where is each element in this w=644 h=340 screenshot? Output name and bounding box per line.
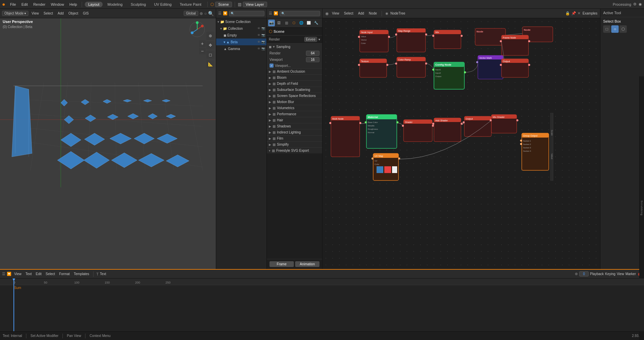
timeline-body[interactable]: 0 50 100 150 200 250 Sum [0,278,644,331]
select-mode-lasso[interactable]: ⬡ [619,25,627,33]
eye-icon[interactable]: 👁 [257,27,260,30]
timeline-edit-btn[interactable]: Edit [34,271,43,276]
tl-view-btn[interactable]: View [617,272,624,276]
outliner-item-empty[interactable]: ◼ Empty 👁 📷 [216,32,266,39]
ssr-section[interactable]: ▶ ▦ Screen Space Reflections [267,93,322,99]
scene-name[interactable]: Scene [215,2,232,7]
viewport-count-value[interactable]: 16 [306,57,319,62]
zoom-out-btn[interactable]: − [199,48,206,54]
current-frame-display[interactable]: 0 [579,271,589,276]
depth-of-field-section[interactable]: ▶ ▦ Depth of Field [267,80,322,87]
modifier-props-icon[interactable]: 🔧 [313,20,319,26]
header-icon-1[interactable]: ⚙ [633,2,637,6]
node-x-icon[interactable]: ✕ [577,11,581,16]
output-props-icon[interactable]: 🖼 [276,20,282,26]
node-add-btn[interactable]: Add [357,11,365,16]
timeline-select-btn[interactable]: Select [44,271,56,276]
menu-window[interactable]: Window [49,2,66,7]
playback-icon[interactable]: ⊕ [575,272,578,276]
nav-gizmo[interactable] [189,21,206,38]
frame-btn[interactable]: Frame [269,261,294,267]
timeline-templates-btn[interactable]: Templates [73,271,91,276]
header-icon-2[interactable]: ◉ [639,2,642,6]
bloom-section[interactable]: ▶ ▦ Bloom [267,74,322,80]
checkbox-viewport[interactable]: ✓ [269,64,274,68]
world-props-icon[interactable]: 🌐 [298,20,305,26]
outliner-item-collection[interactable]: ▾ 📁 Collection 👁 📷 [216,25,266,32]
gis-btn[interactable]: GIS [81,11,90,16]
examples-label[interactable]: Examples [583,11,597,15]
select-mode-circle[interactable]: ○ [611,25,619,33]
marker-btn[interactable]: Marker [625,272,636,276]
film-section[interactable]: ▶ ▦ Film [267,135,322,141]
select-btn[interactable]: Select [42,11,55,16]
eye-icon-3[interactable]: 👁 [257,40,260,44]
tab-sculpting[interactable]: Sculpting [127,2,149,7]
snap-btn[interactable]: ⊕ [200,11,203,16]
eye-icon-2[interactable]: 👁 [257,33,260,37]
timeline-text-btn[interactable]: Text [24,271,33,276]
camera-icon-2[interactable]: 📷 [261,33,265,37]
hair-section[interactable]: ▶ ▦ Hair [267,117,322,123]
eye-icon-4[interactable]: 👁 [257,47,260,50]
menu-edit[interactable]: Edit [19,2,30,7]
menu-help[interactable]: Help [68,2,79,7]
node-node-btn[interactable]: Node [367,11,378,16]
playback-btn[interactable]: Playback [590,272,604,276]
render-props-icon[interactable]: 📷 [268,20,275,26]
outliner-item-beta[interactable]: ▾ ▲ Beta 👁 📷 [216,39,266,45]
menu-render[interactable]: Render [31,2,47,7]
keying-btn[interactable]: Keying [605,272,616,276]
playhead[interactable] [14,278,14,331]
render-count-value[interactable]: 64 [306,51,319,56]
measure-tool[interactable]: 📐 [206,60,214,68]
select-mode-rect[interactable]: □ [603,25,611,33]
proportional-btn[interactable]: ○ [204,11,207,16]
node-tree-label[interactable]: NodeTree [390,11,405,15]
ambient-occlusion-section[interactable]: ▶ ▦ Ambient Occlusion [267,68,322,74]
sampling-header[interactable]: ◼ ▾ Sampling [267,44,322,50]
animation-btn[interactable]: Animation [295,261,319,267]
viewport-mode-select[interactable]: Object Mode ▾ [2,11,28,16]
camera-icon-4[interactable]: 📷 [261,47,265,50]
volumetrics-section[interactable]: ▶ ▦ Volumetrics [267,105,322,111]
viewlayer-name[interactable]: View Layer [243,2,267,7]
subsurface-section[interactable]: ▶ ▦ Subsurface Scattering [267,87,322,93]
scene-props-icon[interactable]: ⬡ [290,20,297,26]
outliner-item-gamma[interactable]: ▲ Gamma 👁 📷 [216,45,266,52]
props-filter-icon[interactable]: 🔽 [274,11,278,16]
zoom-in-btn[interactable]: + [199,40,206,47]
object-btn[interactable]: Object [67,11,80,16]
timeline-format-btn[interactable]: Format [58,271,71,276]
outliner-filter-icon[interactable]: 🔽 [223,11,228,16]
search-btn[interactable]: 🔍 [208,11,214,16]
freestyle-section[interactable]: ▾ ▦ Freestyle SVG Export [267,147,322,153]
move-tool[interactable]: ✥ [206,41,214,49]
render-engine-select[interactable]: Eevee [304,37,317,42]
tab-modeling[interactable]: Modeling [104,2,126,7]
motion-blur-section[interactable]: ▶ ▦ Motion Blur [267,99,322,105]
add-btn[interactable]: Add [56,11,66,16]
shadows-section[interactable]: ▶ ▦ Shadows [267,123,322,129]
node-editor[interactable]: ◉ View Select Add Node ◉ NodeTree 🔒 📌 ✕ … [323,9,600,269]
tab-texture-paint[interactable]: Texture Paint [176,2,205,7]
tab-layout[interactable]: Layout [85,2,103,7]
node-pin-icon[interactable]: 📌 [571,11,576,16]
outliner-item-scene-collection[interactable]: ▾ 📁 Scene Collection [216,18,266,25]
tab-uv-editing[interactable]: UV Editing [151,2,175,7]
menu-file[interactable]: File [8,2,18,7]
view-layer-icon[interactable]: ▥ [283,20,290,26]
object-props-icon[interactable]: ⬜ [305,20,312,26]
node-view-btn[interactable]: View [331,11,341,16]
cursor-tool[interactable]: ⊕ [206,32,214,40]
performance-section[interactable]: ▶ ▦ Performance [267,111,322,117]
node-select-btn[interactable]: Select [343,11,355,16]
camera-icon-3[interactable]: 📷 [261,40,265,44]
props-search-box[interactable]: 🔍 [280,11,320,16]
text-filter-icon[interactable]: 🔽 [7,272,11,276]
view-tool[interactable]: ◻ [206,51,214,59]
node-lock-icon[interactable]: 🔒 [565,11,570,16]
indirect-lighting-section[interactable]: ▶ ▦ Indirect Lighting [267,129,322,135]
viewport-3d[interactable]: User Perspective (0) Collection | Beta ⊕… [0,18,216,269]
simplify-section[interactable]: ▶ ▦ Simplify [267,141,322,147]
